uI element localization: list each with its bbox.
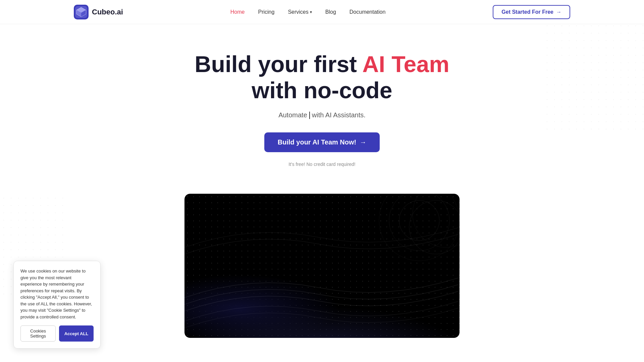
nav-link-documentation[interactable]: Documentation [350, 9, 386, 15]
navbar: Cubeo.ai Home Pricing Services ▾ Blog Do… [0, 0, 644, 24]
nav-link-home[interactable]: Home [230, 9, 245, 15]
get-started-button[interactable]: Get Started For Free → [493, 5, 570, 19]
nav-item-home[interactable]: Home [230, 9, 245, 15]
cookie-message: We use cookies on our website to give yo… [20, 268, 94, 320]
hero-title-highlight: AI Team [362, 51, 449, 77]
svg-point-7 [389, 194, 449, 251]
nav-item-services[interactable]: Services ▾ [288, 9, 312, 15]
hero-title-part2: with no-code [252, 77, 392, 103]
cookie-settings-button[interactable]: Cookies Settings [20, 325, 56, 342]
hero-subtitle: Automate with AI Assistants. [7, 111, 637, 119]
nav-link-services[interactable]: Services ▾ [288, 9, 312, 15]
nav-link-blog[interactable]: Blog [325, 9, 336, 15]
cursor-blink [309, 112, 310, 119]
brand-name: Cubeo.ai [92, 8, 123, 16]
svg-point-10 [413, 194, 460, 247]
demo-area [184, 194, 460, 338]
wave-lines [184, 194, 460, 338]
hero-title: Build your first AI Team with no-code [7, 51, 637, 103]
cookie-buttons: Cookies Settings Accept ALL [20, 325, 94, 342]
nav-links: Home Pricing Services ▾ Blog Documentati… [230, 9, 386, 15]
hero-note: It's free! No credit card required! [7, 162, 637, 167]
nav-link-pricing[interactable]: Pricing [258, 9, 274, 15]
hero-subtitle-suffix: with AI Assistants. [312, 111, 366, 119]
nav-item-pricing[interactable]: Pricing [258, 9, 274, 15]
cookie-accept-button[interactable]: Accept ALL [59, 325, 94, 342]
nav-item-documentation[interactable]: Documentation [350, 9, 386, 15]
hero-title-part1: Build your first [195, 51, 362, 77]
logo-link[interactable]: Cubeo.ai [74, 5, 123, 19]
logo-icon [74, 5, 89, 19]
hero-section: Build your first AI Team with no-code Au… [0, 24, 644, 187]
build-team-button[interactable]: Build your AI Team Now! → [264, 132, 380, 152]
hero-subtitle-prefix: Automate [278, 111, 307, 119]
cta-arrow-icon: → [360, 138, 366, 146]
svg-point-9 [409, 200, 460, 254]
cookie-banner: We use cookies on our website to give yo… [13, 261, 101, 349]
nav-item-blog[interactable]: Blog [325, 9, 336, 15]
arrow-icon: → [556, 9, 561, 15]
demo-canvas [184, 194, 460, 338]
chevron-down-icon: ▾ [310, 10, 312, 14]
